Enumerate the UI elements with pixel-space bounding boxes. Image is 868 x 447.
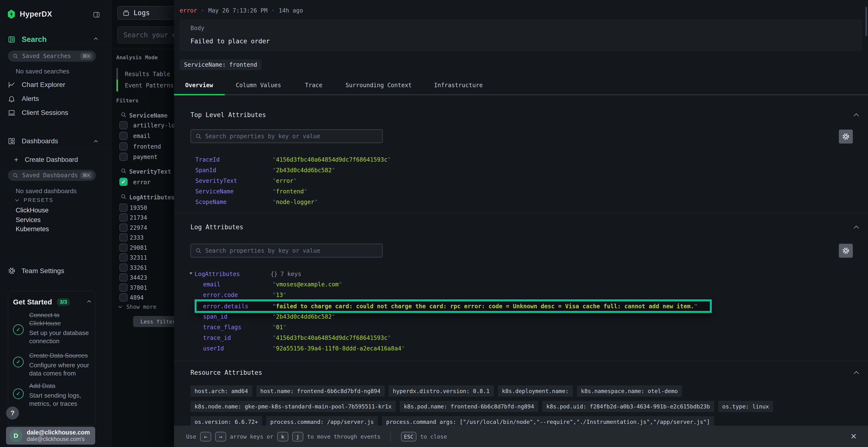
filter-checkbox[interactable] <box>119 213 128 221</box>
scrollbar-thumb[interactable] <box>865 7 867 36</box>
attributes-settings-button[interactable] <box>839 130 853 143</box>
attribute-value[interactable]: 13 <box>273 291 286 299</box>
filter-value[interactable]: 33261 <box>130 265 147 271</box>
preset-item-clickhouse[interactable]: ClickHouse <box>16 207 49 214</box>
filter-checkbox[interactable] <box>119 273 128 281</box>
saved-dashboards-input[interactable]: Saved Dashboards ⌘K <box>8 170 96 181</box>
collapse-section-chevron-icon[interactable] <box>854 226 859 231</box>
filter-checkbox[interactable] <box>119 264 128 272</box>
tab-trace[interactable]: Trace <box>305 82 322 89</box>
filter-value[interactable]: 22974 <box>130 225 147 231</box>
show-more-toggle[interactable]: Show more <box>119 304 156 310</box>
filter-checkbox[interactable] <box>119 243 128 252</box>
filter-checkbox[interactable] <box>119 224 128 232</box>
tab-infrastructure[interactable]: Infrastructure <box>434 82 483 89</box>
collapse-sidebar-icon[interactable] <box>93 11 100 18</box>
attribute-key[interactable]: SpanId <box>195 167 216 174</box>
logo[interactable]: HyperDX <box>7 10 52 19</box>
resource-tag[interactable]: k8s.pod.name: frontend-6b6c8d7bfd-ng894 <box>400 401 538 412</box>
filter-value[interactable]: 32311 <box>130 254 147 261</box>
resource-tag[interactable]: k8s.namespace.name: otel-demo <box>577 385 682 397</box>
user-menu[interactable]: D dale@clickhouse.com dale@clickhouse.co… <box>6 427 95 445</box>
saved-searches-input[interactable]: Saved Searches ⌘K <box>8 50 96 62</box>
filter-value[interactable]: 37801 <box>130 284 147 291</box>
attribute-key[interactable]: SeverityText <box>195 177 237 184</box>
filter-group-search-icon[interactable] <box>121 168 127 174</box>
resource-tag[interactable]: k8s.deployment.name: <box>498 385 573 397</box>
attributes-settings-button[interactable] <box>839 244 853 258</box>
sidebar-item-search[interactable]: Search <box>8 35 46 44</box>
resource-tag[interactable]: k8s.node.name: gke-pme-k8s-standard-main… <box>190 401 396 412</box>
sidebar-item-alerts[interactable]: Alerts <box>8 95 39 103</box>
filter-value[interactable]: artillery-loa <box>133 122 179 129</box>
attribute-value[interactable]: node-logger <box>273 199 318 205</box>
attribute-key[interactable]: userId <box>203 345 224 352</box>
attribute-key[interactable]: ScopeName <box>195 199 227 205</box>
filter-value[interactable]: 34423 <box>130 274 147 281</box>
attribute-key[interactable]: span_id <box>203 313 227 320</box>
attribute-value[interactable]: 4156d3fbc40a64854d9dc7f68641593c <box>273 335 391 341</box>
filter-group-search-icon[interactable] <box>121 112 127 118</box>
filter-checkbox[interactable] <box>119 233 128 242</box>
resource-tag[interactable]: os.type: linux <box>718 401 773 412</box>
esc-key[interactable]: ESC <box>401 432 416 442</box>
attribute-root-key[interactable]: LogAttributes <box>194 271 240 277</box>
attribute-key[interactable]: email <box>203 281 220 288</box>
service-name-tag[interactable]: ServiceName: frontend <box>180 60 261 70</box>
attribute-value[interactable]: 92a55156-39a4-11f0-8ddd-a2eca416a8a4 <box>273 345 405 352</box>
filter-group-search-icon[interactable] <box>121 194 127 200</box>
tree-expand-triangle-icon[interactable] <box>189 272 193 275</box>
filter-value[interactable]: frontend <box>133 143 161 150</box>
sidebar-item-chart-explorer[interactable]: Chart Explorer <box>8 81 65 89</box>
attribute-value[interactable]: 4156d3fbc40a64854d9dc7f68641593c <box>273 156 391 163</box>
create-dashboard-button[interactable]: + Create Dashboard <box>14 156 78 164</box>
resource-tag[interactable]: host.arch: amd64 <box>190 385 252 397</box>
close-icon[interactable]: ✕ <box>850 432 857 441</box>
filter-value[interactable]: 4894 <box>130 294 144 301</box>
filter-value[interactable]: email <box>133 133 151 139</box>
sidebar-item-dashboards[interactable]: Dashboards <box>8 137 58 145</box>
collapse-section-chevron-icon[interactable] <box>854 113 859 118</box>
tab-column-values[interactable]: Column Values <box>236 82 281 89</box>
properties-search-input[interactable]: Search properties by key or value <box>190 129 383 143</box>
resource-tag[interactable]: hyperdx.distro.version: 0.8.1 <box>389 385 494 397</box>
filter-value[interactable]: error <box>133 179 151 186</box>
filter-checkbox[interactable] <box>119 153 128 161</box>
filter-checkbox[interactable] <box>119 121 128 129</box>
filter-value[interactable]: 19350 <box>130 204 147 211</box>
highlighted-attribute-row[interactable]: error.details failed to charge card: cou… <box>194 299 712 313</box>
mode-event-patterns[interactable]: Event Patterns <box>125 82 174 89</box>
filter-checkbox[interactable] <box>119 294 128 302</box>
arrow-left-key[interactable]: ← <box>200 432 211 442</box>
attribute-key[interactable]: TraceId <box>195 156 220 163</box>
properties-search-input[interactable]: Search properties by key or value <box>190 244 383 257</box>
filter-checkbox[interactable] <box>119 253 128 262</box>
tab-overview[interactable]: Overview <box>185 82 213 89</box>
help-button[interactable]: ? <box>6 407 19 419</box>
get-started-item[interactable]: Create Data Sources Configure where your… <box>29 351 92 377</box>
get-started-chevron-up-icon[interactable] <box>87 300 91 304</box>
filter-checkbox-checked[interactable] <box>119 178 128 186</box>
attribute-key[interactable]: trace_id <box>203 335 231 341</box>
j-key[interactable]: j <box>292 432 303 442</box>
attribute-key[interactable]: trace_flags <box>203 324 241 331</box>
get-started-item[interactable]: Add Data Start sending logs, metrics, or… <box>29 382 92 408</box>
collapse-section-chevron-icon[interactable] <box>854 371 859 376</box>
attribute-value[interactable]: frontend <box>273 188 307 195</box>
filter-value[interactable]: 2333 <box>130 234 144 241</box>
get-started-item[interactable]: Connect to ClickHouse Set up your databa… <box>29 311 92 345</box>
sidebar-item-team-settings[interactable]: Team Settings <box>8 267 64 275</box>
tab-surrounding-context[interactable]: Surrounding Context <box>345 82 412 89</box>
attribute-value[interactable]: 01 <box>273 324 286 331</box>
k-key[interactable]: k <box>277 432 288 442</box>
filter-value[interactable]: 29081 <box>130 244 147 251</box>
filter-checkbox[interactable] <box>119 132 128 140</box>
filter-value[interactable]: payment <box>133 153 157 161</box>
filter-checkbox[interactable] <box>119 142 128 150</box>
mode-results-table[interactable]: Results Table <box>125 71 170 77</box>
sidebar-item-client-sessions[interactable]: Client Sessions <box>8 109 68 116</box>
attribute-value[interactable]: 2b43d0c4dd6bc582 <box>273 167 335 174</box>
attribute-value[interactable]: 2b43d0c4dd6bc582 <box>273 313 335 320</box>
search-section-chevron-up-icon[interactable] <box>94 38 98 41</box>
resource-tag[interactable]: k8s.pod.uid: f284fb2d-a0b3-4634-991b-e2c… <box>542 401 714 412</box>
